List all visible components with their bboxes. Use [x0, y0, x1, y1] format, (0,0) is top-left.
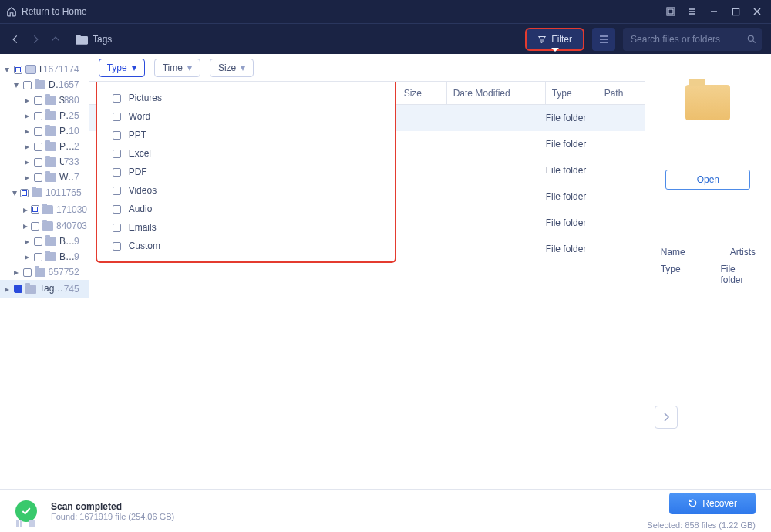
tree-item[interactable]: ▸Files Lost Original ...840703 [0, 218, 89, 234]
caret-icon[interactable]: ▸ [23, 141, 31, 152]
svg-rect-2 [732, 8, 739, 15]
checkbox[interactable] [113, 168, 121, 177]
checkbox[interactable] [31, 222, 39, 231]
checkbox[interactable] [113, 113, 121, 121]
tree-item[interactable]: ▸$RECYCLE.BIN880 [0, 93, 89, 108]
type-option[interactable]: Word [97, 107, 395, 126]
checkbox[interactable] [113, 205, 121, 214]
list-view-button[interactable] [592, 28, 615, 51]
caret-icon[interactable]: ▾ [3, 64, 11, 75]
checkbox[interactable] [113, 94, 121, 103]
tree-item[interactable]: ▾Other Lost Files1011765 [0, 185, 89, 200]
cell-type: File folder [546, 165, 645, 176]
maximize-icon[interactable] [728, 4, 743, 19]
caret-icon[interactable]: ▾ [12, 187, 17, 198]
search-box[interactable] [623, 28, 762, 51]
checkbox[interactable] [23, 268, 32, 277]
checkbox[interactable] [113, 242, 121, 251]
tree-item[interactable]: ▸Boot9 [0, 234, 89, 249]
recover-button[interactable]: Recover [669, 493, 756, 514]
checkbox[interactable] [34, 237, 42, 246]
caret-icon[interactable]: ▸ [23, 110, 31, 121]
caret-icon[interactable]: ▸ [23, 221, 28, 231]
home-icon[interactable] [6, 6, 17, 17]
filter-pill-type[interactable]: Type▾ [99, 59, 145, 77]
tree-item[interactable]: ▸Users733 [0, 154, 89, 170]
checkbox[interactable] [34, 143, 42, 151]
checkbox[interactable] [34, 112, 42, 120]
tree-item[interactable]: ▸Boot(1)9 [0, 249, 89, 264]
next-page-button[interactable] [655, 406, 678, 429]
type-option[interactable]: PDF [97, 163, 395, 181]
tree-count: 10 [69, 126, 83, 136]
type-option[interactable]: Videos [97, 181, 395, 200]
tree-item[interactable]: ▸Windows7 [0, 170, 89, 185]
checkbox[interactable] [113, 187, 121, 195]
checkbox[interactable] [34, 96, 42, 105]
type-option[interactable]: Pictures [97, 89, 395, 107]
filter-pill-time[interactable]: Time▾ [154, 59, 200, 77]
caret-icon[interactable]: ▾ [12, 79, 20, 90]
caret-icon[interactable]: ▸ [23, 95, 31, 106]
tree-sidebar[interactable]: ▾Local Disk(C:)1671174▾Deleted Files1657… [0, 54, 89, 489]
search-icon[interactable] [746, 34, 757, 45]
checkbox[interactable] [113, 150, 121, 158]
tree-item[interactable]: ▸Tags ⓘ745 [0, 280, 89, 298]
col-type[interactable]: Type [546, 82, 598, 104]
open-button[interactable]: Open [665, 170, 750, 190]
svg-rect-4 [76, 35, 81, 37]
tree-label: Boot [59, 236, 74, 247]
tree-item[interactable]: ▸Program Files25 [0, 108, 89, 123]
filter-pill-label: Time [163, 62, 183, 73]
type-option[interactable]: Custom [97, 237, 395, 255]
caret-icon[interactable]: ▸ [23, 251, 31, 262]
tree-item[interactable]: ▸Files Lost Origi... ⓘ171030 [0, 200, 89, 218]
chevron-down-icon: ▾ [241, 62, 245, 73]
col-size[interactable]: Size [398, 82, 447, 104]
window-btn-2-icon[interactable] [685, 4, 700, 19]
col-date-modified[interactable]: Date Modified [447, 82, 546, 104]
detail-type-key: Type [661, 264, 721, 285]
tree-item[interactable]: ▸Existing Files657752 [0, 264, 89, 280]
close-icon[interactable] [749, 4, 765, 19]
type-option[interactable]: PPT [97, 126, 395, 144]
checkbox[interactable] [34, 158, 42, 167]
checkbox[interactable] [14, 66, 22, 74]
checkbox[interactable] [14, 285, 22, 293]
search-input[interactable] [631, 34, 746, 45]
caret-icon[interactable]: ▸ [23, 172, 31, 183]
col-path[interactable]: Path [598, 82, 645, 104]
checkbox[interactable] [34, 173, 42, 182]
checkbox[interactable] [23, 81, 32, 89]
checkbox[interactable] [113, 224, 121, 232]
return-home-link[interactable]: Return to Home [22, 6, 87, 17]
type-option[interactable]: Audio [97, 200, 395, 218]
tree-count: 1011765 [45, 187, 86, 198]
footer-controls[interactable] [15, 520, 35, 527]
back-icon[interactable] [9, 33, 22, 45]
checkbox[interactable] [113, 131, 121, 140]
caret-icon[interactable]: ▸ [23, 126, 31, 136]
tree-item[interactable]: ▸Program Files (x86)10 [0, 123, 89, 139]
minimize-icon[interactable] [706, 4, 722, 19]
caret-icon[interactable]: ▸ [23, 236, 31, 247]
caret-icon[interactable]: ▸ [23, 204, 28, 215]
checkbox[interactable] [20, 189, 29, 197]
checkbox[interactable] [31, 205, 39, 214]
checkbox[interactable] [34, 127, 42, 136]
tree-count: 7 [74, 172, 84, 183]
caret-icon[interactable]: ▸ [3, 284, 11, 295]
tree-item[interactable]: ▸ProgramData2 [0, 139, 89, 154]
window-btn-1-icon[interactable] [663, 4, 678, 19]
caret-icon[interactable]: ▸ [23, 157, 31, 167]
type-dropdown[interactable]: PicturesWordPPTExcelPDFVideosAudioEmails… [96, 82, 396, 263]
caret-icon[interactable]: ▸ [12, 267, 20, 278]
type-option[interactable]: Emails [97, 218, 395, 237]
tree-item[interactable]: ▾Deleted Files1657 [0, 77, 89, 93]
filter-button[interactable]: Filter [525, 28, 584, 51]
checkbox[interactable] [34, 253, 42, 261]
location-text: Tags [93, 34, 112, 45]
type-option[interactable]: Excel [97, 144, 395, 163]
tree-item[interactable]: ▾Local Disk(C:)1671174 [0, 62, 89, 77]
filter-pill-size[interactable]: Size▾ [210, 59, 254, 77]
